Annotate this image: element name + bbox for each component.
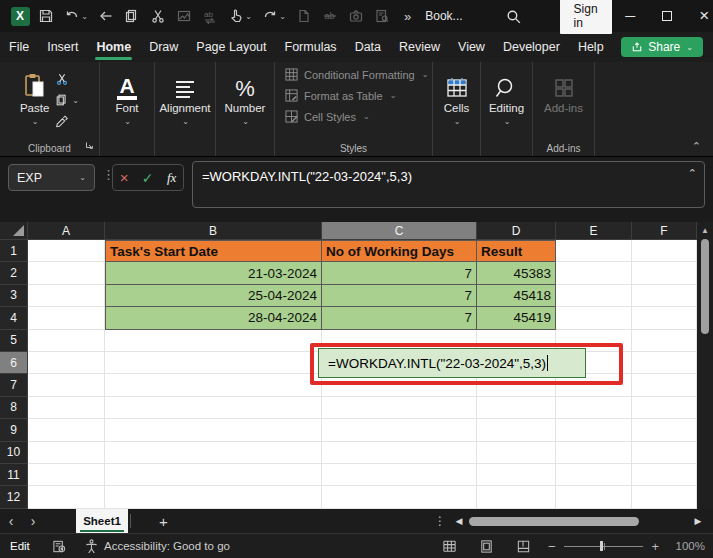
minimize-button[interactable]: ─ bbox=[612, 0, 649, 32]
tab-insert[interactable]: Insert bbox=[38, 32, 87, 62]
maximize-button[interactable] bbox=[649, 0, 686, 32]
cell-D12[interactable] bbox=[477, 486, 556, 508]
cell-C9[interactable] bbox=[322, 419, 477, 441]
row-header-7[interactable]: 7 bbox=[0, 374, 28, 396]
formula-input[interactable]: =WORKDAY.INTL("22-03-2024",5,3) bbox=[192, 161, 705, 208]
column-header-C[interactable]: C bbox=[322, 222, 477, 240]
tab-developer[interactable]: Developer bbox=[494, 32, 569, 62]
cell-A10[interactable] bbox=[28, 442, 105, 464]
zoom-out-icon[interactable]: − bbox=[540, 539, 564, 554]
cell-B4[interactable]: 28-04-2024 bbox=[105, 307, 322, 329]
column-header-D[interactable]: D bbox=[477, 222, 556, 240]
sheet-tab-sheet1[interactable]: Sheet1 bbox=[76, 509, 128, 533]
tab-draw[interactable]: Draw bbox=[140, 32, 187, 62]
sign-in-button[interactable]: Sign in bbox=[560, 0, 612, 34]
back-arrow-icon[interactable] bbox=[94, 4, 118, 28]
vertical-scrollbar[interactable]: ▲ bbox=[697, 222, 713, 509]
cell-E9[interactable] bbox=[556, 419, 632, 441]
cell-E4[interactable] bbox=[556, 307, 632, 329]
zoom-slider[interactable] bbox=[564, 546, 644, 547]
format-painter-button[interactable] bbox=[55, 114, 79, 128]
cell-A4[interactable] bbox=[28, 307, 105, 329]
scroll-right-icon[interactable]: ▶ bbox=[691, 516, 705, 526]
row-header-9[interactable]: 9 bbox=[0, 419, 28, 441]
cut-icon[interactable] bbox=[146, 4, 170, 28]
font-button[interactable]: A Font ⌄ bbox=[115, 70, 138, 126]
cell-E3[interactable] bbox=[556, 285, 632, 307]
name-box[interactable]: EXP ⌄ bbox=[8, 164, 95, 191]
tab-page-layout[interactable]: Page Layout bbox=[187, 32, 275, 62]
cell-B8[interactable] bbox=[105, 397, 322, 419]
cell-B7[interactable] bbox=[105, 374, 322, 396]
formula-bar-collapse-icon[interactable]: ⌃ bbox=[688, 167, 697, 180]
add-sheet-icon[interactable]: + bbox=[159, 513, 168, 530]
vertical-scroll-thumb[interactable] bbox=[701, 239, 709, 334]
cell-F12[interactable] bbox=[632, 486, 697, 508]
cell-A12[interactable] bbox=[28, 486, 105, 508]
row-header-6[interactable]: 6 bbox=[0, 352, 28, 374]
cell-F5[interactable] bbox=[632, 330, 697, 352]
paste-button[interactable]: Paste ⌄ bbox=[20, 70, 49, 128]
cell-A11[interactable] bbox=[28, 464, 105, 486]
clipboard-dialog-launcher-icon[interactable] bbox=[84, 136, 94, 154]
tab-view[interactable]: View bbox=[449, 32, 494, 62]
column-header-F[interactable]: F bbox=[632, 222, 697, 240]
copy-icon[interactable] bbox=[120, 4, 144, 28]
row-header-12[interactable]: 12 bbox=[0, 486, 28, 508]
cancel-entry-icon[interactable]: × bbox=[120, 169, 129, 186]
tab-formulas[interactable]: Formulas bbox=[276, 32, 346, 62]
search-icon[interactable] bbox=[505, 4, 522, 28]
cell-C4[interactable]: 7 bbox=[322, 307, 477, 329]
cell-A2[interactable] bbox=[28, 262, 105, 284]
scroll-left-icon[interactable]: ◀ bbox=[452, 516, 466, 526]
number-button[interactable]: % Number ⌄ bbox=[225, 70, 266, 126]
cell-D11[interactable] bbox=[477, 464, 556, 486]
scroll-up-icon[interactable]: ▲ bbox=[701, 222, 709, 237]
cell-C8[interactable] bbox=[322, 397, 477, 419]
cell-E2[interactable] bbox=[556, 262, 632, 284]
zoom-level[interactable]: 100% bbox=[676, 540, 705, 552]
row-header-5[interactable]: 5 bbox=[0, 330, 28, 352]
cell-F9[interactable] bbox=[632, 419, 697, 441]
horizontal-scroll-thumb[interactable] bbox=[469, 517, 639, 526]
next-sheet-icon[interactable]: › bbox=[22, 513, 44, 529]
cell-C10[interactable] bbox=[322, 442, 477, 464]
cell-F2[interactable] bbox=[632, 262, 697, 284]
tab-help[interactable]: Help bbox=[569, 32, 613, 62]
zoom-in-icon[interactable]: + bbox=[643, 539, 667, 554]
touch-mode-icon[interactable]: ⌄ bbox=[224, 4, 256, 28]
cell-F1[interactable] bbox=[632, 240, 697, 262]
cell-D10[interactable] bbox=[477, 442, 556, 464]
redo-icon[interactable]: ⌄ bbox=[258, 4, 290, 28]
cell-F11[interactable] bbox=[632, 464, 697, 486]
cell-B2[interactable]: 21-03-2024 bbox=[105, 262, 322, 284]
alignment-button[interactable]: Alignment ⌄ bbox=[159, 70, 210, 126]
cell-A3[interactable] bbox=[28, 285, 105, 307]
cell-C11[interactable] bbox=[322, 464, 477, 486]
share-button[interactable]: Share ⌄ bbox=[621, 37, 703, 57]
accessibility-status[interactable]: Accessibility: Good to go bbox=[85, 539, 230, 554]
normal-view-icon[interactable] bbox=[442, 539, 457, 554]
cell-B5[interactable] bbox=[105, 330, 322, 352]
row-header-2[interactable]: 2 bbox=[0, 262, 28, 284]
format-as-table-button[interactable]: Format as Table⌄ bbox=[285, 89, 432, 102]
cell-F7[interactable] bbox=[632, 374, 697, 396]
column-header-B[interactable]: B bbox=[105, 222, 322, 240]
cell-B9[interactable] bbox=[105, 419, 322, 441]
row-header-10[interactable]: 10 bbox=[0, 442, 28, 464]
cell-F6[interactable] bbox=[632, 352, 697, 374]
cell-E8[interactable] bbox=[556, 397, 632, 419]
close-button[interactable]: × bbox=[686, 0, 713, 32]
cell-B12[interactable] bbox=[105, 486, 322, 508]
cell-E12[interactable] bbox=[556, 486, 632, 508]
cell-D3[interactable]: 45418 bbox=[477, 285, 556, 307]
more-commands-icon[interactable]: » bbox=[396, 9, 419, 24]
cell-E10[interactable] bbox=[556, 442, 632, 464]
row-header-1[interactable]: 1 bbox=[0, 240, 28, 262]
cell-A7[interactable] bbox=[28, 374, 105, 396]
horizontal-scrollbar[interactable]: ◀ ▶ bbox=[452, 509, 705, 533]
tab-bar-dots-icon[interactable]: ⋮ bbox=[434, 514, 446, 528]
row-header-11[interactable]: 11 bbox=[0, 464, 28, 486]
cell-A1[interactable] bbox=[28, 240, 105, 262]
cell-C2[interactable]: 7 bbox=[322, 262, 477, 284]
